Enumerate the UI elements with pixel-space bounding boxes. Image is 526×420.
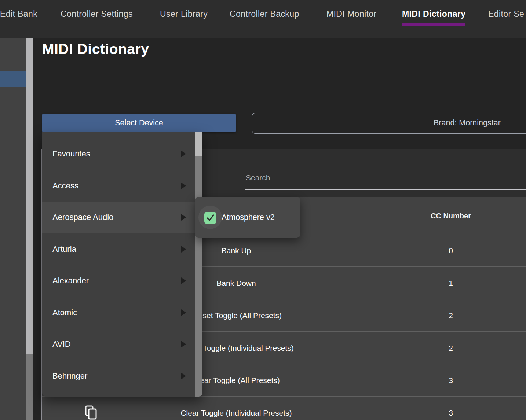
- chevron-right-icon: [181, 309, 186, 316]
- device-dropdown-menu: Favourites Access Aerospace Audio Arturi…: [42, 132, 202, 397]
- chevron-right-icon: [181, 214, 186, 221]
- menu-item-access[interactable]: Access: [42, 170, 195, 202]
- window-scrollbar[interactable]: [26, 38, 33, 420]
- menu-item-label: Arturia: [52, 244, 76, 254]
- cc-cell: 2: [377, 311, 524, 320]
- page-title: MIDI Dictionary: [42, 41, 149, 57]
- midi-editor-app: Edit Bank Controller Settings User Libra…: [0, 0, 526, 420]
- menu-item-label: Access: [52, 181, 78, 191]
- menu-item-favourites[interactable]: Favourites: [42, 138, 195, 170]
- left-sidebar: [0, 38, 26, 420]
- chevron-right-icon: [181, 151, 186, 157]
- cc-cell: 2: [377, 344, 524, 353]
- tab-midi-monitor[interactable]: MIDI Monitor: [326, 9, 376, 19]
- brand-selector[interactable]: Brand: Morningstar: [252, 113, 526, 134]
- chevron-right-icon: [181, 373, 186, 379]
- tab-editor-settings[interactable]: Editor Se: [488, 9, 524, 19]
- atmosphere-checkbox[interactable]: [204, 212, 216, 224]
- submenu-item-atmosphere-v2[interactable]: Atmosphere v2: [222, 213, 275, 222]
- menu-item-atomic[interactable]: Atomic: [42, 297, 195, 329]
- select-device-button[interactable]: Select Device: [42, 114, 236, 132]
- check-icon: [204, 212, 216, 224]
- cc-cell: 3: [377, 409, 524, 417]
- chevron-right-icon: [181, 277, 186, 284]
- sidebar-active-item[interactable]: [0, 71, 26, 87]
- top-nav: Edit Bank Controller Settings User Libra…: [0, 0, 526, 38]
- menu-item-label: Favourites: [52, 149, 90, 159]
- cc-cell: 3: [377, 376, 524, 385]
- menu-item-aerospace-audio[interactable]: Aerospace Audio: [42, 202, 195, 233]
- chevron-right-icon: [181, 246, 186, 253]
- active-tab-underline: [402, 23, 465, 26]
- menu-item-behringer[interactable]: Behringer: [42, 360, 195, 392]
- menu-item-label: Atomic: [52, 308, 77, 317]
- table-row: Clear Toggle (Individual Presets) 3: [42, 396, 526, 420]
- tab-user-library[interactable]: User Library: [160, 9, 208, 19]
- menu-item-alexander[interactable]: Alexander: [42, 265, 195, 297]
- menu-item-avid[interactable]: AVID: [42, 328, 195, 360]
- chevron-right-icon: [181, 183, 186, 189]
- tab-controller-settings[interactable]: Controller Settings: [61, 9, 133, 19]
- action-cell: Clear Toggle (Individual Presets): [90, 409, 383, 417]
- tab-midi-dictionary[interactable]: MIDI Dictionary: [402, 9, 465, 19]
- cc-cell: 1: [377, 279, 524, 288]
- brand-label: Brand: Morningstar: [434, 118, 501, 128]
- search-input[interactable]: [245, 168, 526, 190]
- menu-item-arturia[interactable]: Arturia: [42, 233, 195, 265]
- cc-cell: 0: [377, 246, 524, 255]
- menu-scrollbar-thumb[interactable]: [195, 132, 202, 156]
- menu-item-label: Behringer: [52, 371, 87, 381]
- tab-controller-backup[interactable]: Controller Backup: [230, 9, 299, 19]
- tab-edit-bank[interactable]: Edit Bank: [0, 9, 37, 19]
- menu-scrollbar[interactable]: [195, 132, 202, 397]
- menu-item-label: AVID: [52, 339, 71, 349]
- menu-item-label: Aerospace Audio: [52, 213, 113, 222]
- menu-item-label: Alexander: [52, 276, 89, 285]
- device-submenu: Atmosphere v2: [195, 197, 300, 238]
- chevron-right-icon: [181, 341, 186, 347]
- window-scrollbar-thumb[interactable]: [26, 38, 33, 354]
- tab-midi-dictionary-label: MIDI Dictionary: [402, 9, 465, 19]
- cc-number-header: CC Number: [377, 212, 524, 220]
